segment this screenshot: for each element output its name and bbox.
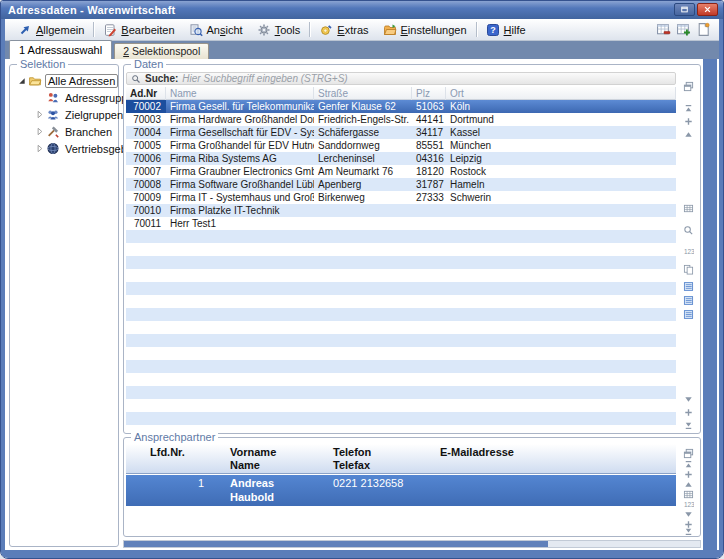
cell: Firma IT - Systemhaus und Großhandel [166, 191, 314, 204]
menu-item-tools[interactable]: Tools [250, 19, 308, 40]
tab-adressauswahl[interactable]: 1 Adressauswahl [9, 40, 112, 59]
table-insert-icon[interactable] [676, 22, 691, 37]
vertical-scrollbar[interactable] [703, 59, 717, 550]
new-page-icon[interactable] [696, 22, 711, 37]
horizontal-scrollbar[interactable] [123, 540, 701, 548]
table-row-empty[interactable] [126, 360, 676, 373]
app-window: Adressdaten - Warenwirtschaft AllgemeinB… [0, 0, 724, 559]
table-row[interactable]: 70002Firma Gesell. für Telekommunikation… [126, 100, 676, 113]
menu-item-hilfe[interactable]: ?Hilfe [479, 19, 533, 40]
tree-collapsed-icon[interactable] [34, 109, 45, 120]
table-row-empty[interactable] [126, 347, 676, 360]
contact-telefon: 0221 2132658 [333, 477, 403, 489]
table-row-empty[interactable] [126, 373, 676, 386]
table-row-empty[interactable] [126, 269, 676, 282]
cell [126, 230, 166, 243]
table-row[interactable]: 70007Firma Graubner Electronics GmbHAm N… [126, 165, 676, 178]
column-header-plz[interactable]: Plz [412, 87, 446, 100]
table-row[interactable]: 70004Firma Gesellschaft für EDV - System… [126, 126, 676, 139]
menu-separator [309, 22, 310, 37]
table-row[interactable]: 70009Firma IT - Systemhaus und Großhande… [126, 191, 676, 204]
table-row-empty[interactable] [126, 230, 676, 243]
column-header-label: Straße [318, 88, 348, 99]
cell: Schäfergasse [314, 126, 412, 139]
nav-last-icon[interactable] [683, 420, 694, 431]
table-row[interactable]: 70011Herr Test1 [126, 217, 676, 230]
svg-text:123: 123 [684, 248, 694, 255]
cell [126, 282, 166, 295]
menu-item-bearbeiten[interactable]: Bearbeiten [96, 19, 181, 40]
column-header-name[interactable]: Name [166, 87, 314, 100]
column-header-ort[interactable]: Ort [446, 87, 676, 100]
window-copy-icon[interactable] [683, 81, 694, 92]
cell [412, 204, 446, 217]
list-view-icon[interactable] [683, 309, 694, 320]
cell [126, 399, 166, 412]
tree-collapsed-icon[interactable] [34, 143, 45, 154]
cell [412, 347, 446, 360]
table-row[interactable]: 70008Firma Software Großhandel Lübke AGA… [126, 178, 676, 191]
tree-item-zielgruppen[interactable]: Zielgruppen [10, 106, 118, 123]
menu-item-einstellungen[interactable]: Einstellungen [376, 19, 474, 40]
cell [314, 308, 412, 321]
tree-item-vertriebsgebiete[interactable]: Vertriebsgebiete [10, 140, 118, 157]
table-row-empty[interactable] [126, 425, 676, 430]
table-row-empty[interactable] [126, 399, 676, 412]
search-bar[interactable]: Suche: Hier Suchbegriff eingeben (STRG+S… [126, 72, 676, 85]
table-remove-icon[interactable] [656, 22, 671, 37]
table-row-empty[interactable] [126, 282, 676, 295]
cell: Dortmund [446, 113, 676, 126]
tree-item-branchen[interactable]: Branchen [10, 123, 118, 140]
table-row-empty[interactable] [126, 295, 676, 308]
menu-item-ansicht[interactable]: Ansicht [182, 19, 250, 40]
tree-item-alle-adressen[interactable]: Alle Adressen [10, 72, 118, 89]
menu-item-allgemein[interactable]: Allgemein [11, 19, 91, 40]
count-icon[interactable]: 123 [683, 246, 694, 257]
cell [446, 321, 676, 334]
add-icon[interactable] [683, 116, 694, 127]
horizontal-scrollbar-thumb[interactable] [124, 541, 548, 547]
table-row[interactable]: 70010Firma Platzke IT-Technik [126, 204, 676, 217]
add-icon[interactable] [683, 407, 694, 418]
list-view-icon[interactable] [683, 281, 694, 292]
table-row-empty[interactable] [126, 243, 676, 256]
table-row[interactable]: 70005Firma Großhandel für EDV HutnerSand… [126, 139, 676, 152]
magnifier-icon[interactable] [683, 225, 694, 236]
table-row-empty[interactable] [126, 334, 676, 347]
table-row-empty[interactable] [126, 256, 676, 269]
tree-collapsed-icon[interactable] [34, 126, 45, 137]
svg-text:123: 123 [684, 501, 694, 508]
nav-last-icon[interactable] [683, 526, 694, 537]
cell: Firma Großhandel für EDV Hutner [166, 139, 314, 152]
tree-expanded-icon[interactable] [16, 75, 27, 86]
cell [314, 347, 412, 360]
cell [126, 347, 166, 360]
copy-icon[interactable] [683, 264, 694, 275]
cell [126, 425, 166, 430]
nav-next-icon[interactable] [683, 394, 694, 405]
table-row-empty[interactable] [126, 321, 676, 334]
grid-icon[interactable] [683, 203, 694, 214]
table-row-empty[interactable] [126, 386, 676, 399]
table-row[interactable]: 70006Firma Riba Systems AGLercheninsel04… [126, 152, 676, 165]
list-view-icon[interactable] [683, 295, 694, 306]
window-copy-icon[interactable] [683, 448, 694, 459]
cell: 70003 [126, 113, 166, 126]
window-title: Adressdaten - Warenwirtschaft [8, 4, 175, 16]
table-row-empty[interactable] [126, 412, 676, 425]
restore-button[interactable] [674, 3, 695, 16]
close-button[interactable] [697, 3, 718, 16]
tab-selektionspool[interactable]: 2 Selektionspool [114, 43, 209, 59]
folder-settings-icon [383, 23, 397, 37]
cell [314, 204, 412, 217]
nav-first-icon[interactable] [683, 103, 694, 114]
nav-prev-icon[interactable] [683, 129, 694, 140]
table-row-empty[interactable] [126, 308, 676, 321]
table-row[interactable]: 70003Firma Hardware Großhandel DortmundF… [126, 113, 676, 126]
contact-row[interactable]: 1 Andreas Haubold 0221 2132658 [126, 475, 676, 506]
column-header-straße[interactable]: Straße [314, 87, 412, 100]
menu-item-extras[interactable]: Extras [312, 19, 375, 40]
tree-item-adressgruppen[interactable]: Adressgruppen [10, 89, 118, 106]
column-header-ad-nr[interactable]: Ad.Nr [126, 87, 166, 100]
cell [412, 373, 446, 386]
